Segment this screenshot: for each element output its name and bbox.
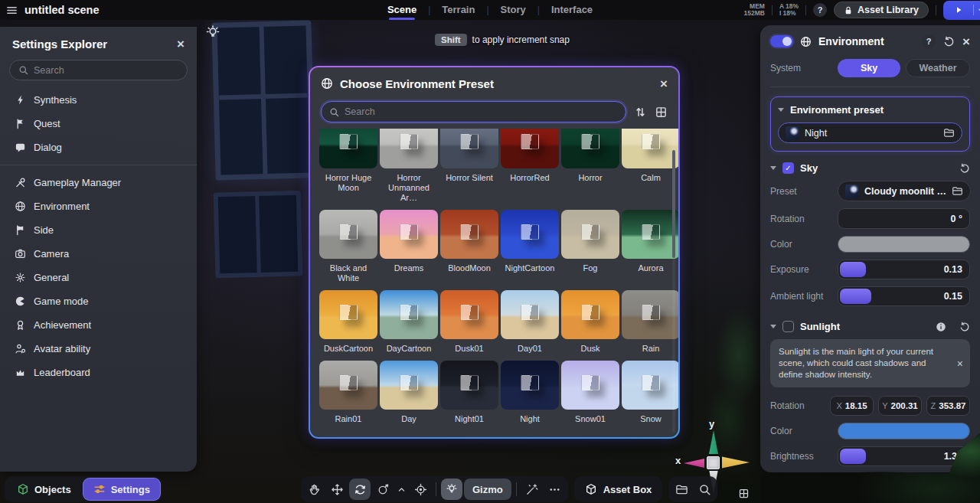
- info-icon[interactable]: [936, 322, 946, 332]
- sidebar-item-leaderboard[interactable]: Leaderboard: [0, 361, 197, 384]
- sidebar-item-camera[interactable]: Camera: [0, 242, 197, 266]
- menu-icon[interactable]: [0, 0, 23, 20]
- x-axis-handle[interactable]: [684, 457, 704, 469]
- preset-thumbnail[interactable]: [561, 129, 619, 168]
- close-icon[interactable]: ×: [177, 38, 185, 51]
- preset-card-day[interactable]: Day: [380, 361, 438, 424]
- tab-scene[interactable]: Scene: [386, 0, 418, 20]
- preset-thumbnail[interactable]: [622, 129, 678, 168]
- close-icon[interactable]: ×: [962, 35, 970, 48]
- preset-thumbnail[interactable]: [380, 361, 438, 410]
- preset-thumbnail[interactable]: [440, 210, 498, 259]
- preset-thumbnail[interactable]: [622, 210, 678, 259]
- preset-card-snow[interactable]: Snow: [622, 361, 678, 424]
- preset-thumbnail[interactable]: [501, 129, 559, 168]
- environment-preset-field[interactable]: Night: [778, 122, 962, 143]
- chevron-up-icon[interactable]: [395, 479, 408, 500]
- asset-box-button[interactable]: Asset Box: [574, 476, 663, 502]
- sky-color-swatch[interactable]: [838, 236, 970, 253]
- help-icon[interactable]: ?: [922, 34, 936, 48]
- sun-color-swatch[interactable]: [838, 423, 970, 439]
- preset-search-input[interactable]: [321, 101, 626, 122]
- scrollbar[interactable]: [672, 132, 675, 433]
- rotation-z-field[interactable]: Z 353.87: [926, 396, 970, 416]
- search-field[interactable]: [34, 65, 178, 76]
- more-options-icon[interactable]: [544, 479, 566, 500]
- preset-thumbnail[interactable]: [501, 210, 559, 259]
- sidebar-item-synthesis[interactable]: Synthesis: [0, 88, 197, 112]
- preset-thumbnail[interactable]: [561, 361, 619, 410]
- preset-thumbnail[interactable]: [501, 290, 559, 339]
- pan-tool-icon[interactable]: [303, 479, 325, 500]
- preset-thumbnail[interactable]: [440, 361, 498, 410]
- reset-icon[interactable]: [959, 322, 970, 332]
- gizmo-button[interactable]: Gizmo: [464, 479, 511, 500]
- reset-icon[interactable]: [943, 36, 955, 47]
- tab-interface[interactable]: Interface: [550, 0, 594, 20]
- gizmo-center-cube[interactable]: [707, 456, 720, 469]
- preset-card-rain[interactable]: Rain: [622, 290, 678, 354]
- help-icon[interactable]: ?: [813, 3, 827, 17]
- y-axis-handle[interactable]: [706, 430, 721, 454]
- scene-light-gizmo-icon[interactable]: [205, 24, 220, 40]
- preset-card-rain01[interactable]: Rain01: [319, 361, 377, 424]
- preset-thumbnail[interactable]: [622, 361, 678, 410]
- asset-library-button[interactable]: Asset Library: [834, 2, 929, 18]
- environment-toggle[interactable]: [770, 35, 793, 47]
- move-tool-icon[interactable]: [326, 479, 348, 500]
- ambient-light-slider[interactable]: 0.15: [838, 286, 970, 306]
- preset-card-duskcartoon[interactable]: DuskCartoon: [319, 290, 377, 354]
- sidebar-item-game-mode[interactable]: Game mode: [0, 289, 197, 313]
- exposure-slider[interactable]: 0.13: [838, 260, 970, 279]
- sidebar-item-gameplay-manager[interactable]: Gameplay Manager: [0, 171, 197, 194]
- sidebar-item-avatar-ability[interactable]: Avatar ability: [0, 337, 197, 361]
- preset-card-night[interactable]: Night: [501, 361, 559, 424]
- grid-snap-icon[interactable]: [738, 488, 750, 499]
- preset-card-nightcartoon[interactable]: NightCartoon: [501, 210, 559, 283]
- preset-thumbnail[interactable]: [380, 290, 438, 339]
- close-icon[interactable]: ×: [660, 77, 668, 90]
- preset-card-bloodmoon[interactable]: BloodMoon: [440, 210, 498, 283]
- tab-sky[interactable]: Sky: [838, 59, 900, 77]
- orbit-tool-icon[interactable]: [372, 479, 394, 500]
- tab-story[interactable]: Story: [499, 0, 528, 20]
- rotation-x-field[interactable]: X 18.15: [830, 396, 874, 416]
- preset-card-snow01[interactable]: Snow01: [561, 361, 619, 424]
- preset-thumbnail[interactable]: [319, 290, 377, 339]
- preset-card-horrorred[interactable]: HorrorRed: [501, 129, 559, 203]
- sidebar-item-dialog[interactable]: Dialog: [0, 136, 197, 159]
- focus-tool-icon[interactable]: [410, 479, 431, 500]
- rotation-y-field[interactable]: Y 200.31: [878, 396, 922, 416]
- light-gizmo-toggle-icon[interactable]: [441, 479, 462, 500]
- tab-weather[interactable]: Weather: [906, 59, 970, 77]
- preset-card-dreams[interactable]: Dreams: [380, 210, 438, 283]
- folder-icon[interactable]: [671, 479, 692, 500]
- preset-card-calm[interactable]: Calm: [622, 129, 678, 203]
- preset-card-dusk[interactable]: Dusk: [561, 290, 619, 354]
- preset-thumbnail[interactable]: [440, 129, 498, 168]
- grid-view-icon[interactable]: [655, 106, 668, 119]
- preset-card-dusk01[interactable]: Dusk01: [440, 290, 498, 354]
- sidebar-item-achievement[interactable]: Achievement: [0, 313, 197, 337]
- settings-search-input[interactable]: [9, 60, 188, 80]
- preset-thumbnail[interactable]: [561, 210, 619, 259]
- preset-thumbnail[interactable]: [561, 290, 619, 339]
- brightness-slider[interactable]: 1.31: [838, 446, 970, 466]
- preset-card-horror-unmanned-ar-[interactable]: Horror Unmanned Ar…: [380, 129, 438, 203]
- sidebar-item-general[interactable]: General: [0, 266, 197, 289]
- tab-terrain[interactable]: Terrain: [440, 0, 476, 20]
- collapse-icon[interactable]: [770, 166, 776, 170]
- sky-rotation-field[interactable]: 0 °: [838, 208, 970, 229]
- preset-card-fog[interactable]: Fog: [561, 210, 619, 283]
- sunlight-checkbox[interactable]: [782, 321, 794, 332]
- preset-thumbnail[interactable]: [622, 290, 678, 339]
- preset-card-horror-huge-moon[interactable]: Horror Huge Moon: [319, 129, 377, 203]
- settings-button[interactable]: Settings: [83, 479, 160, 500]
- sort-icon[interactable]: [634, 106, 647, 119]
- objects-button[interactable]: Objects: [7, 479, 81, 500]
- preset-card-day01[interactable]: Day01: [501, 290, 559, 354]
- z-axis-handle[interactable]: [722, 455, 750, 470]
- search-icon[interactable]: [694, 479, 715, 500]
- preset-card-horror-silent[interactable]: Horror Silent: [440, 129, 498, 203]
- preset-card-daycartoon[interactable]: DayCartoon: [380, 290, 438, 354]
